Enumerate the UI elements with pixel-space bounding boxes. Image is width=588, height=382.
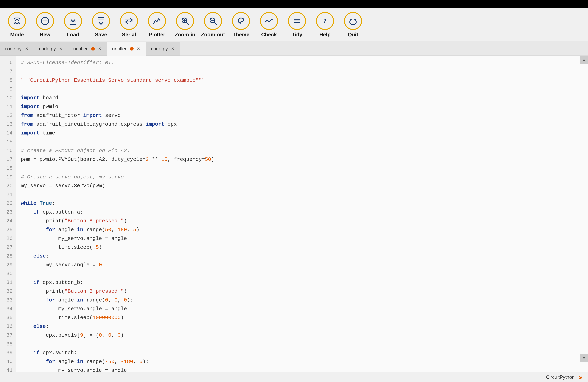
tab-code-py-3[interactable]: code.py ✕ [146,42,180,56]
theme-icon [232,12,250,30]
ln-23: 23 [0,208,16,217]
code-line-31: if cpx.button_b: [21,278,583,287]
tab-close-2[interactable]: ✕ [58,46,63,51]
serial-button[interactable]: Serial [116,10,142,39]
tab-code-py-1[interactable]: code.py ✕ [0,42,34,56]
zoom-in-label: Zoom-in [175,32,195,38]
ln-27: 27 [0,243,16,252]
theme-label: Theme [232,32,249,38]
new-button[interactable]: New [32,10,58,39]
zoom-out-icon [204,12,222,30]
ln-29: 29 [0,261,16,269]
zoom-in-button[interactable]: Zoom-in [172,10,198,39]
ln-26: 26 [0,234,16,243]
mode-button[interactable]: Mode [4,10,30,39]
code-line-24: print("Button A pressed!") [21,217,583,225]
ln-10: 10 [0,94,16,102]
ln-21: 21 [0,190,16,199]
tidy-label: Tidy [292,32,302,38]
code-editor[interactable]: # SPDX-License-Identifier: MIT """Circui… [16,56,588,372]
help-button[interactable]: ? Help [312,10,338,39]
code-line-30 [21,269,583,278]
code-area: 6 7 8 9 10 11 12 13 14 15 16 17 18 19 20… [0,56,588,372]
code-line-40: for angle in range(-50, -180, 5): [21,357,583,366]
tab-close-5[interactable]: ✕ [170,46,175,51]
code-line-26: my_servo.angle = angle [21,234,583,243]
tab-untitled-2[interactable]: untitled ✕ [107,42,146,56]
tidy-button[interactable]: Tidy [284,10,310,39]
tab-close-1[interactable]: ✕ [24,46,29,51]
code-line-12: from adafruit_motor import servo [21,111,583,120]
zoom-in-icon [176,12,194,30]
svg-line-10 [186,22,189,24]
ln-30: 30 [0,269,16,278]
svg-text:?: ? [323,18,326,24]
code-line-8: """CircuitPython Essentials Servo standa… [21,76,583,85]
ln-36: 36 [0,322,16,331]
code-line-39: if cpx.switch: [21,348,583,357]
ln-7: 7 [0,67,16,76]
check-label: Check [261,32,277,38]
ln-15: 15 [0,137,16,146]
ln-8: 8 [0,76,16,85]
save-icon [92,12,110,30]
new-label: New [40,32,50,38]
quit-button[interactable]: Quit [340,10,366,39]
tab-untitled-1[interactable]: untitled ✕ [68,42,107,56]
code-line-20: my_servo = servo.Servo(pwm) [21,181,583,190]
new-icon [36,12,54,30]
tab-close-4[interactable]: ✕ [136,46,141,51]
tab-label-5: code.py [151,46,168,52]
svg-line-14 [214,22,216,24]
ln-38: 38 [0,340,16,348]
ln-13: 13 [0,120,16,129]
scroll-down-arrow[interactable]: ▼ [580,354,588,362]
svg-rect-3 [70,22,76,24]
ln-16: 16 [0,146,16,155]
toolbar: Mode New Load [0,8,588,42]
ln-17: 17 [0,155,16,164]
ln-24: 24 [0,217,16,225]
gear-icon[interactable]: ⚙ [579,374,582,381]
check-button[interactable]: Check [256,10,282,39]
scroll-up-arrow[interactable]: ▲ [580,56,588,64]
code-line-15 [21,137,583,146]
ln-19: 19 [0,173,16,181]
tab-label-3: untitled [73,46,89,52]
check-icon [260,12,278,30]
ln-20: 20 [0,181,16,190]
save-button[interactable]: Save [88,10,114,39]
top-bar [0,0,588,8]
tab-close-3[interactable]: ✕ [97,46,102,51]
tab-label-1: code.py [5,46,21,52]
tabs-bar: code.py ✕ code.py ✕ untitled ✕ untitled … [0,42,588,56]
code-line-28: else: [21,252,583,261]
quit-icon [344,12,362,30]
zoom-out-button[interactable]: Zoom-out [200,10,226,39]
code-line-21 [21,190,583,199]
code-line-7 [21,67,583,76]
serial-icon [120,12,138,30]
tab-code-py-2[interactable]: code.py ✕ [34,42,68,56]
code-line-37: cpx.pixels[9] = (0, 0, 0) [21,331,583,340]
code-line-34: my_servo.angle = angle [21,305,583,313]
ln-12: 12 [0,111,16,120]
ln-9: 9 [0,85,16,94]
ln-11: 11 [0,102,16,111]
plotter-button[interactable]: Plotter [144,10,170,39]
ln-22: 22 [0,199,16,208]
code-line-11: import pwmio [21,102,583,111]
tab-label-2: code.py [39,46,56,52]
code-line-18 [21,164,583,173]
ln-34: 34 [0,305,16,313]
status-bar: CircuitPython ⚙ [0,372,588,382]
ln-40: 40 [0,357,16,366]
code-line-19: # Create a servo object, my_servo. [21,173,583,181]
mode-icon [8,12,26,30]
load-button[interactable]: Load [60,10,86,39]
code-line-22: while True: [21,199,583,208]
code-line-9 [21,85,583,94]
ln-35: 35 [0,313,16,322]
theme-button[interactable]: Theme [228,10,254,39]
code-line-16: # create a PWMOut object on Pin A2. [21,146,583,155]
